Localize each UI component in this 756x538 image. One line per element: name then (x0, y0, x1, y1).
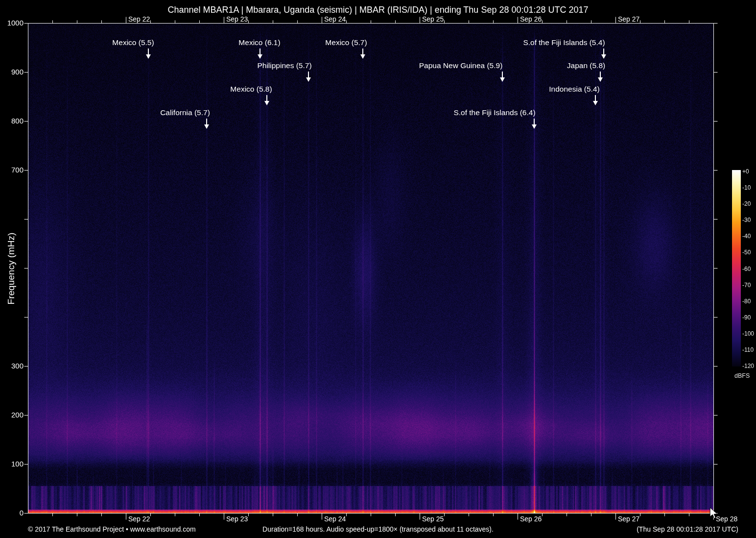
x-tick-label-bottom: Sep 27 (618, 515, 639, 523)
colorbar-tick-label: -50 (742, 249, 751, 256)
mouse-cursor (709, 508, 719, 519)
down-arrow-icon (597, 72, 603, 82)
x-tick-label-bottom: Sep 22 (128, 515, 150, 523)
spectrogram-page: Channel MBAR1A | Mbarara, Uganda (seismi… (0, 0, 756, 538)
earthquake-label: S.of the Fiji Islands (5.4) (523, 38, 605, 47)
page-title: Channel MBAR1A | Mbarara, Uganda (seismi… (167, 5, 588, 15)
x-tick-label-bottom: Sep 26 (520, 515, 542, 523)
x-tick-label-top: Sep 25 (422, 15, 444, 23)
y-tick-label: 300 (0, 362, 24, 370)
y-tick-label: 0 (0, 509, 24, 517)
x-tick-label-top: Sep 23 (226, 15, 248, 23)
down-arrow-icon (360, 49, 366, 59)
colorbar-tick-label: -40 (742, 233, 751, 240)
down-arrow-icon (264, 95, 270, 106)
y-tick-label: 700 (0, 166, 24, 174)
colorbar-tick-label: -30 (742, 217, 751, 223)
colorbar-tick-label: -90 (742, 314, 751, 321)
earthquake-label: Philippines (5.7) (257, 61, 311, 70)
down-arrow-icon (306, 72, 311, 82)
spectrogram-canvas (0, 0, 756, 538)
down-arrow-icon (531, 119, 537, 129)
colorbar-tick-label: -20 (742, 200, 751, 207)
colorbar-tick-label: -80 (742, 298, 751, 305)
footer-copyright: © 2017 The Earthsound Project • www.eart… (28, 525, 196, 533)
footer-duration: Duration=168 hours. Audio speed-up=1800×… (262, 525, 494, 533)
colorbar-gradient (732, 170, 741, 367)
colorbar-tick-label: +0 (742, 168, 749, 175)
down-arrow-icon (204, 119, 210, 129)
y-axis-title: Frequency (mHz) (6, 227, 17, 310)
earthquake-label: Mexico (5.7) (325, 38, 367, 47)
x-tick-label-top: Sep 24 (324, 15, 346, 23)
down-arrow-icon (499, 72, 505, 82)
down-arrow-icon (145, 49, 151, 59)
earthquake-label: Indonesia (5.4) (549, 85, 599, 94)
y-tick-label: 100 (0, 460, 24, 468)
colorbar-tick-label: -120 (742, 363, 754, 369)
colorbar-unit-label: dBFS (734, 372, 750, 379)
earthquake-label: S.of the Fiji Islands (6.4) (453, 108, 535, 117)
x-tick-label-bottom: Sep 25 (422, 515, 444, 523)
x-tick-label-bottom: Sep 23 (226, 515, 248, 523)
colorbar-tick-label: -60 (742, 266, 751, 272)
x-tick-label-bottom: Sep 24 (324, 515, 346, 523)
colorbar-tick-label: -110 (742, 346, 754, 353)
earthquake-label: Japan (5.8) (567, 61, 605, 70)
y-tick-label: 200 (0, 411, 24, 419)
earthquake-label: Mexico (6.1) (238, 38, 280, 47)
y-tick-label: 1000 (0, 19, 24, 27)
colorbar-tick-label: -70 (742, 282, 751, 289)
footer-timestamp: (Thu Sep 28 00:01:28 2017 UTC) (637, 525, 738, 533)
earthquake-label: Mexico (5.8) (230, 85, 272, 94)
down-arrow-icon (257, 49, 263, 59)
earthquake-label: Papua New Guinea (5.9) (419, 61, 503, 70)
x-tick-label-top: Sep 27 (618, 15, 639, 23)
x-tick-label-bottom: Sep 28 (716, 515, 737, 523)
x-tick-label-top: Sep 26 (520, 15, 542, 23)
x-tick-label-top: Sep 22 (128, 15, 150, 23)
down-arrow-icon (601, 49, 607, 59)
colorbar-tick-label: -10 (742, 184, 751, 191)
y-tick-label: 900 (0, 68, 24, 76)
down-arrow-icon (592, 95, 598, 106)
colorbar-tick-label: -100 (742, 330, 754, 337)
earthquake-label: Mexico (5.5) (112, 38, 154, 47)
earthquake-label: California (5.7) (160, 108, 210, 117)
y-tick-label: 800 (0, 117, 24, 125)
